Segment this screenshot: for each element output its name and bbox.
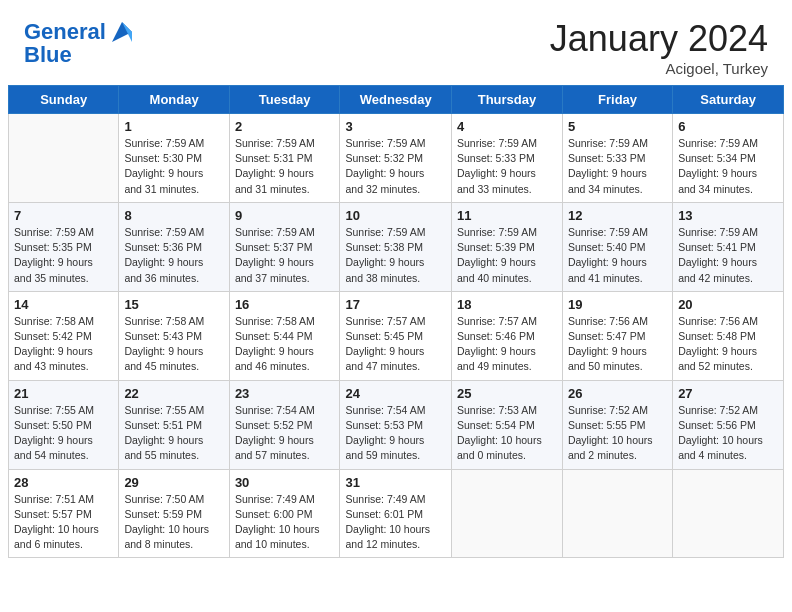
calendar-week-row: 7Sunrise: 7:59 AMSunset: 5:35 PMDaylight… — [9, 202, 784, 291]
month-title: January 2024 — [550, 18, 768, 60]
day-number: 7 — [14, 208, 113, 223]
day-info: Sunrise: 7:52 AMSunset: 5:55 PMDaylight:… — [568, 403, 667, 464]
title-block: January 2024 Acigoel, Turkey — [550, 18, 768, 77]
table-row: 31Sunrise: 7:49 AMSunset: 6:01 PMDayligh… — [340, 469, 452, 558]
day-info: Sunrise: 7:56 AMSunset: 5:48 PMDaylight:… — [678, 314, 778, 375]
table-row: 25Sunrise: 7:53 AMSunset: 5:54 PMDayligh… — [452, 380, 563, 469]
day-number: 8 — [124, 208, 223, 223]
calendar-week-row: 21Sunrise: 7:55 AMSunset: 5:50 PMDayligh… — [9, 380, 784, 469]
day-info: Sunrise: 7:51 AMSunset: 5:57 PMDaylight:… — [14, 492, 113, 553]
day-number: 6 — [678, 119, 778, 134]
col-monday: Monday — [119, 86, 229, 114]
table-row: 7Sunrise: 7:59 AMSunset: 5:35 PMDaylight… — [9, 202, 119, 291]
day-info: Sunrise: 7:54 AMSunset: 5:52 PMDaylight:… — [235, 403, 335, 464]
day-info: Sunrise: 7:59 AMSunset: 5:33 PMDaylight:… — [568, 136, 667, 197]
day-number: 29 — [124, 475, 223, 490]
day-info: Sunrise: 7:59 AMSunset: 5:37 PMDaylight:… — [235, 225, 335, 286]
day-info: Sunrise: 7:55 AMSunset: 5:51 PMDaylight:… — [124, 403, 223, 464]
calendar-table: Sunday Monday Tuesday Wednesday Thursday… — [8, 85, 784, 558]
day-info: Sunrise: 7:59 AMSunset: 5:35 PMDaylight:… — [14, 225, 113, 286]
day-number: 23 — [235, 386, 335, 401]
day-number: 14 — [14, 297, 113, 312]
logo-text: General — [24, 21, 106, 43]
table-row: 17Sunrise: 7:57 AMSunset: 5:45 PMDayligh… — [340, 291, 452, 380]
calendar-wrapper: Sunday Monday Tuesday Wednesday Thursday… — [0, 85, 792, 566]
calendar-week-row: 1Sunrise: 7:59 AMSunset: 5:30 PMDaylight… — [9, 114, 784, 203]
day-number: 19 — [568, 297, 667, 312]
day-info: Sunrise: 7:53 AMSunset: 5:54 PMDaylight:… — [457, 403, 557, 464]
table-row: 1Sunrise: 7:59 AMSunset: 5:30 PMDaylight… — [119, 114, 229, 203]
table-row: 26Sunrise: 7:52 AMSunset: 5:55 PMDayligh… — [562, 380, 672, 469]
day-info: Sunrise: 7:52 AMSunset: 5:56 PMDaylight:… — [678, 403, 778, 464]
table-row: 27Sunrise: 7:52 AMSunset: 5:56 PMDayligh… — [673, 380, 784, 469]
table-row: 12Sunrise: 7:59 AMSunset: 5:40 PMDayligh… — [562, 202, 672, 291]
table-row — [452, 469, 563, 558]
table-row: 15Sunrise: 7:58 AMSunset: 5:43 PMDayligh… — [119, 291, 229, 380]
col-saturday: Saturday — [673, 86, 784, 114]
page-header: General Blue January 2024 Acigoel, Turke… — [0, 0, 792, 85]
table-row: 19Sunrise: 7:56 AMSunset: 5:47 PMDayligh… — [562, 291, 672, 380]
logo: General Blue — [24, 18, 136, 68]
table-row: 3Sunrise: 7:59 AMSunset: 5:32 PMDaylight… — [340, 114, 452, 203]
day-info: Sunrise: 7:59 AMSunset: 5:31 PMDaylight:… — [235, 136, 335, 197]
table-row — [673, 469, 784, 558]
calendar-week-row: 14Sunrise: 7:58 AMSunset: 5:42 PMDayligh… — [9, 291, 784, 380]
day-info: Sunrise: 7:59 AMSunset: 5:33 PMDaylight:… — [457, 136, 557, 197]
day-number: 9 — [235, 208, 335, 223]
day-number: 21 — [14, 386, 113, 401]
table-row: 6Sunrise: 7:59 AMSunset: 5:34 PMDaylight… — [673, 114, 784, 203]
table-row — [9, 114, 119, 203]
day-number: 5 — [568, 119, 667, 134]
table-row: 22Sunrise: 7:55 AMSunset: 5:51 PMDayligh… — [119, 380, 229, 469]
calendar-header: Sunday Monday Tuesday Wednesday Thursday… — [9, 86, 784, 114]
day-info: Sunrise: 7:59 AMSunset: 5:34 PMDaylight:… — [678, 136, 778, 197]
day-info: Sunrise: 7:49 AMSunset: 6:00 PMDaylight:… — [235, 492, 335, 553]
table-row: 23Sunrise: 7:54 AMSunset: 5:52 PMDayligh… — [229, 380, 340, 469]
day-number: 1 — [124, 119, 223, 134]
table-row: 14Sunrise: 7:58 AMSunset: 5:42 PMDayligh… — [9, 291, 119, 380]
day-info: Sunrise: 7:57 AMSunset: 5:45 PMDaylight:… — [345, 314, 446, 375]
table-row: 5Sunrise: 7:59 AMSunset: 5:33 PMDaylight… — [562, 114, 672, 203]
day-number: 28 — [14, 475, 113, 490]
day-info: Sunrise: 7:58 AMSunset: 5:44 PMDaylight:… — [235, 314, 335, 375]
day-info: Sunrise: 7:49 AMSunset: 6:01 PMDaylight:… — [345, 492, 446, 553]
day-number: 16 — [235, 297, 335, 312]
day-number: 20 — [678, 297, 778, 312]
day-info: Sunrise: 7:50 AMSunset: 5:59 PMDaylight:… — [124, 492, 223, 553]
days-of-week-row: Sunday Monday Tuesday Wednesday Thursday… — [9, 86, 784, 114]
day-number: 31 — [345, 475, 446, 490]
day-info: Sunrise: 7:59 AMSunset: 5:41 PMDaylight:… — [678, 225, 778, 286]
table-row: 30Sunrise: 7:49 AMSunset: 6:00 PMDayligh… — [229, 469, 340, 558]
day-number: 25 — [457, 386, 557, 401]
day-number: 10 — [345, 208, 446, 223]
day-number: 4 — [457, 119, 557, 134]
table-row: 10Sunrise: 7:59 AMSunset: 5:38 PMDayligh… — [340, 202, 452, 291]
table-row: 11Sunrise: 7:59 AMSunset: 5:39 PMDayligh… — [452, 202, 563, 291]
day-number: 13 — [678, 208, 778, 223]
table-row: 18Sunrise: 7:57 AMSunset: 5:46 PMDayligh… — [452, 291, 563, 380]
day-number: 12 — [568, 208, 667, 223]
table-row: 16Sunrise: 7:58 AMSunset: 5:44 PMDayligh… — [229, 291, 340, 380]
day-info: Sunrise: 7:59 AMSunset: 5:32 PMDaylight:… — [345, 136, 446, 197]
location-subtitle: Acigoel, Turkey — [550, 60, 768, 77]
table-row: 2Sunrise: 7:59 AMSunset: 5:31 PMDaylight… — [229, 114, 340, 203]
day-number: 24 — [345, 386, 446, 401]
day-info: Sunrise: 7:55 AMSunset: 5:50 PMDaylight:… — [14, 403, 113, 464]
day-info: Sunrise: 7:59 AMSunset: 5:36 PMDaylight:… — [124, 225, 223, 286]
day-info: Sunrise: 7:59 AMSunset: 5:30 PMDaylight:… — [124, 136, 223, 197]
table-row: 20Sunrise: 7:56 AMSunset: 5:48 PMDayligh… — [673, 291, 784, 380]
table-row — [562, 469, 672, 558]
table-row: 8Sunrise: 7:59 AMSunset: 5:36 PMDaylight… — [119, 202, 229, 291]
day-number: 26 — [568, 386, 667, 401]
day-number: 15 — [124, 297, 223, 312]
col-thursday: Thursday — [452, 86, 563, 114]
day-info: Sunrise: 7:59 AMSunset: 5:38 PMDaylight:… — [345, 225, 446, 286]
day-number: 18 — [457, 297, 557, 312]
table-row: 29Sunrise: 7:50 AMSunset: 5:59 PMDayligh… — [119, 469, 229, 558]
day-info: Sunrise: 7:54 AMSunset: 5:53 PMDaylight:… — [345, 403, 446, 464]
table-row: 9Sunrise: 7:59 AMSunset: 5:37 PMDaylight… — [229, 202, 340, 291]
table-row: 21Sunrise: 7:55 AMSunset: 5:50 PMDayligh… — [9, 380, 119, 469]
day-number: 30 — [235, 475, 335, 490]
day-info: Sunrise: 7:58 AMSunset: 5:42 PMDaylight:… — [14, 314, 113, 375]
day-info: Sunrise: 7:56 AMSunset: 5:47 PMDaylight:… — [568, 314, 667, 375]
